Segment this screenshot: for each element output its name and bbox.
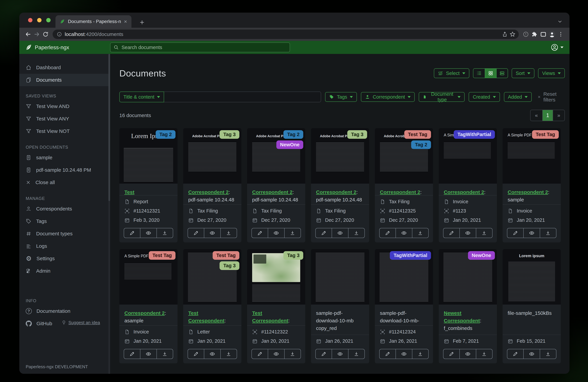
user-menu[interactable] [551, 43, 564, 51]
download-button[interactable] [156, 349, 173, 359]
edit-button[interactable] [188, 228, 204, 238]
download-button[interactable] [220, 228, 237, 238]
edit-button[interactable] [316, 349, 332, 359]
edit-button[interactable] [316, 228, 332, 238]
view-button[interactable] [140, 349, 156, 359]
correspondent-link[interactable]: Test Correspondent [252, 310, 288, 323]
added-filter-button[interactable]: Added [504, 92, 532, 102]
document-card[interactable]: Lorem Ipsum Tag 2 Test Correspondent: A … [119, 128, 177, 242]
download-button[interactable] [476, 228, 492, 238]
edit-button[interactable] [188, 349, 204, 359]
tag-badge[interactable]: Test Tag [213, 251, 239, 260]
sidebar-item-open-doc-pdf-sample[interactable]: pdf-sample 10.24.48 PM [19, 164, 110, 176]
app-brand[interactable]: Paperless-ngx [25, 44, 69, 51]
correspondent-link[interactable]: Correspondent 2 [316, 189, 356, 195]
download-button[interactable] [156, 228, 173, 238]
tag-badge[interactable]: TagWithPartial [390, 251, 431, 260]
edit-button[interactable] [252, 228, 268, 238]
tag-badge[interactable]: Tag 3 [347, 130, 367, 139]
view-button[interactable] [396, 228, 412, 238]
document-thumbnail[interactable] [311, 249, 369, 304]
suggest-idea-link[interactable]: Suggest an idea [61, 320, 110, 325]
view-button[interactable] [460, 228, 476, 238]
extensions-puzzle-icon[interactable] [530, 30, 539, 39]
correspondent-link[interactable]: Test Correspondent [188, 310, 224, 323]
browser-tab[interactable]: Documents - Paperless-ngx × [56, 15, 131, 28]
document-card[interactable]: Test TagTag 3 Test Correspondent: sample… [183, 249, 241, 363]
document-thumbnail[interactable]: Lorem ipsum [503, 249, 561, 304]
tag-badge[interactable]: NewOne [468, 251, 495, 260]
download-button[interactable] [348, 349, 364, 359]
download-button[interactable] [412, 228, 428, 238]
sidebar-item-document-types[interactable]: Document types [19, 227, 110, 240]
tag-badge[interactable]: Test Tag [404, 130, 431, 139]
reload-button[interactable] [41, 30, 50, 39]
document-card[interactable]: Tag 3 Test Correspondent: sample-pdf-wit… [247, 249, 305, 363]
new-tab-button[interactable] [139, 19, 145, 25]
fullscreen-window-button[interactable] [46, 18, 51, 22]
back-button[interactable] [24, 30, 32, 39]
view-button[interactable] [460, 349, 476, 359]
next-page-button[interactable]: » [553, 110, 565, 121]
edit-button[interactable] [124, 228, 140, 238]
tag-badge[interactable]: Test Tag [532, 130, 559, 139]
document-card[interactable]: NewOne Newest Correspondent: f_combineds… [439, 249, 497, 363]
views-button[interactable]: Views [538, 68, 565, 78]
document-card[interactable]: Adobe Acrobat PDF Files Tag 3 Correspond… [183, 128, 241, 242]
tags-filter-button[interactable]: Tags [325, 92, 357, 102]
profile-avatar[interactable] [548, 30, 556, 39]
previous-page-button[interactable]: « [530, 110, 542, 121]
sort-button[interactable]: Sort [512, 68, 534, 78]
sidebar-item-test-view-not[interactable]: Test View NOT [19, 125, 110, 137]
view-button[interactable] [140, 228, 156, 238]
view-button[interactable] [523, 228, 540, 238]
tag-badge[interactable]: Tag 3 [220, 261, 239, 270]
filter-text-input[interactable] [164, 92, 321, 102]
correspondent-filter-button[interactable]: Correspondent [361, 92, 415, 102]
side-panel-icon[interactable] [539, 30, 548, 39]
sidebar-item-correspondents[interactable]: Correspondents [19, 202, 110, 215]
download-button[interactable] [412, 349, 428, 359]
card-view-button[interactable] [496, 69, 508, 78]
edit-button[interactable] [507, 349, 523, 359]
download-button[interactable] [348, 228, 364, 238]
edit-button[interactable] [252, 349, 268, 359]
current-page-button[interactable]: 1 [542, 110, 553, 121]
list-view-button[interactable] [473, 69, 485, 78]
document-card[interactable]: A Simple PDF File Test Tag Correspondent… [119, 249, 177, 363]
document-card[interactable]: Lorem ipsum file-sample_150kBs Feb 15, 2… [503, 249, 561, 363]
sidebar-item-logs[interactable]: Logs [19, 240, 110, 252]
view-button[interactable] [523, 349, 540, 359]
download-button[interactable] [540, 349, 556, 359]
tag-badge[interactable]: Tag 2 [411, 141, 431, 149]
correspondent-link[interactable]: Correspondent 2 [252, 189, 293, 195]
global-search[interactable] [110, 42, 290, 52]
grid-view-button[interactable] [485, 69, 496, 78]
address-bar[interactable]: localhost:4200/documents [53, 30, 519, 39]
document-card[interactable]: A Simple PDF File TagWithPartial Corresp… [439, 128, 497, 242]
tag-badge[interactable]: Test Tag [149, 251, 175, 260]
correspondent-link[interactable]: Correspondent 2 [508, 189, 548, 195]
correspondent-link[interactable]: Correspondent 2 [124, 310, 165, 316]
browser-menu-icon[interactable] [556, 30, 565, 39]
tag-badge[interactable]: Tag 3 [283, 251, 303, 260]
tab-close-icon[interactable]: × [124, 19, 127, 24]
document-card[interactable]: sample-pdf-download-10-mb copy_red Jan 2… [311, 249, 369, 363]
document-card[interactable]: Adobe Acrobat PDF Files Tag 2NewOne Corr… [247, 128, 305, 242]
correspondent-link[interactable]: Correspondent 2 [188, 189, 229, 195]
download-button[interactable] [284, 349, 301, 359]
view-button[interactable] [396, 349, 412, 359]
site-info-icon[interactable] [57, 32, 62, 37]
tag-badge[interactable]: Tag 2 [283, 130, 303, 139]
view-button[interactable] [204, 228, 220, 238]
edit-button[interactable] [379, 349, 396, 359]
sidebar-item-test-view-any[interactable]: Test View ANY [19, 113, 110, 125]
tab-search-chevron-icon[interactable] [557, 19, 563, 24]
reset-filters-button[interactable]: Reset filters [537, 91, 565, 103]
tag-badge[interactable]: Tag 2 [156, 130, 175, 139]
download-button[interactable] [540, 228, 556, 238]
extension-badge-icon[interactable] [522, 30, 530, 39]
bookmark-star-icon[interactable] [509, 30, 516, 38]
forward-button[interactable] [32, 30, 41, 39]
tag-badge[interactable]: NewOne [276, 141, 303, 149]
